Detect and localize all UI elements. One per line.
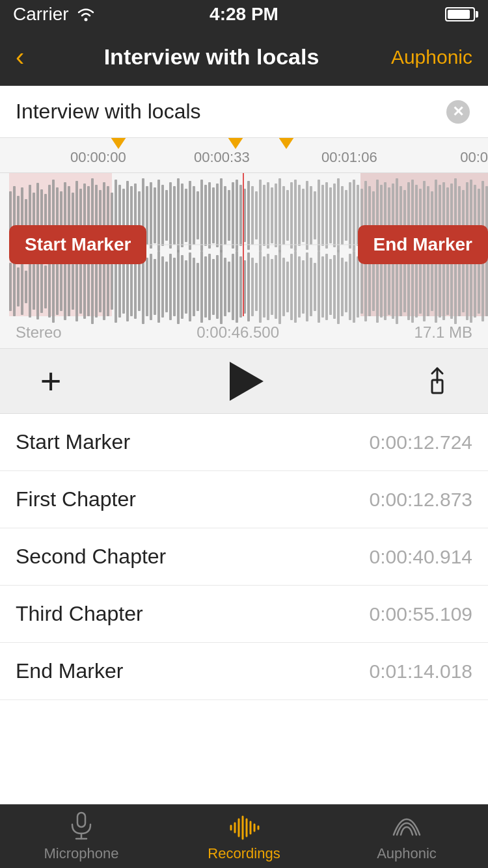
- marker-item-1[interactable]: First Chapter 0:00:12.873: [0, 471, 488, 528]
- chapter-arrow-2: [228, 138, 243, 149]
- play-button[interactable]: [224, 362, 264, 401]
- svg-rect-220: [380, 256, 383, 318]
- tab-auphonic[interactable]: Auphonic: [325, 811, 488, 862]
- svg-rect-131: [33, 264, 35, 310]
- svg-rect-210: [341, 258, 344, 316]
- tab-recordings[interactable]: Recordings: [163, 811, 325, 862]
- marker-item-3[interactable]: Third Chapter 0:00:55.109: [0, 586, 488, 643]
- status-bar: Carrier 4:28 PM: [0, 0, 488, 29]
- svg-rect-211: [345, 262, 347, 312]
- svg-rect-232: [427, 258, 429, 316]
- svg-rect-171: [189, 252, 191, 321]
- svg-rect-70: [278, 178, 281, 252]
- svg-rect-176: [208, 254, 211, 320]
- svg-rect-180: [224, 258, 226, 316]
- marker-item-2[interactable]: Second Chapter 0:00:40.914: [0, 528, 488, 586]
- svg-rect-86: [341, 186, 344, 245]
- svg-rect-202: [310, 258, 312, 316]
- svg-rect-141: [72, 264, 74, 310]
- timeline-label-2: 00:01:06: [321, 149, 377, 166]
- svg-rect-188: [255, 263, 258, 311]
- add-button[interactable]: +: [31, 362, 70, 401]
- marker-name-2: Second Chapter: [16, 545, 166, 569]
- svg-rect-52: [208, 182, 211, 249]
- svg-rect-140: [68, 258, 70, 316]
- svg-rect-87: [345, 190, 347, 241]
- back-button[interactable]: ‹: [16, 42, 55, 72]
- svg-rect-150: [107, 258, 109, 316]
- svg-rect-154: [122, 260, 125, 314]
- svg-rect-168: [177, 250, 180, 324]
- marker-name-4: End Marker: [16, 659, 123, 683]
- svg-rect-167: [173, 258, 176, 316]
- svg-rect-230: [419, 260, 422, 314]
- svg-rect-85: [337, 178, 340, 252]
- svg-rect-187: [251, 258, 254, 316]
- svg-rect-240: [458, 258, 461, 316]
- svg-rect-164: [161, 256, 164, 318]
- svg-rect-77: [306, 181, 308, 250]
- svg-rect-208: [333, 255, 336, 319]
- marker-name-1: First Chapter: [16, 487, 136, 511]
- svg-rect-56: [224, 186, 226, 245]
- svg-rect-189: [259, 251, 262, 323]
- svg-rect-209: [337, 250, 340, 324]
- auphonic-link[interactable]: Auphonic: [368, 46, 472, 68]
- svg-rect-179: [220, 250, 223, 324]
- marker-item-0[interactable]: Start Marker 0:00:12.724: [0, 414, 488, 471]
- svg-rect-135: [48, 256, 51, 318]
- stereo-label: Stereo: [16, 323, 62, 342]
- svg-rect-143: [79, 260, 82, 314]
- svg-rect-199: [298, 256, 301, 318]
- svg-rect-166: [169, 254, 172, 320]
- start-marker-label[interactable]: Start Marker: [9, 225, 146, 264]
- tab-microphone[interactable]: Microphone: [0, 811, 163, 862]
- svg-rect-206: [325, 254, 328, 320]
- waveform-area[interactable]: Start Marker End Marker: [0, 173, 488, 316]
- svg-rect-39: [157, 180, 160, 251]
- svg-rect-126: [13, 258, 16, 316]
- timeline-label-1: 00:00:33: [194, 149, 250, 166]
- play-icon: [230, 362, 264, 401]
- end-marker-label[interactable]: End Marker: [358, 225, 489, 264]
- svg-rect-225: [400, 258, 402, 316]
- nav-title: Interview with locals: [55, 44, 368, 70]
- clear-icon: ✕: [446, 100, 470, 124]
- svg-rect-217: [368, 258, 371, 316]
- svg-rect-250: [77, 813, 85, 827]
- svg-rect-190: [263, 256, 265, 318]
- svg-rect-172: [193, 258, 195, 316]
- recording-name-text: Interview with locals: [16, 100, 444, 124]
- svg-rect-194: [278, 250, 281, 324]
- svg-rect-81: [321, 185, 324, 246]
- marker-list: Start Marker 0:00:12.724 First Chapter 0…: [0, 414, 488, 700]
- svg-rect-193: [275, 255, 277, 319]
- share-button[interactable]: [418, 362, 457, 401]
- svg-rect-238: [450, 255, 453, 319]
- svg-rect-145: [87, 258, 90, 316]
- clear-button[interactable]: ✕: [444, 98, 472, 126]
- marker-item-4[interactable]: End Marker 0:01:14.018: [0, 643, 488, 700]
- controls-row: +: [0, 349, 488, 414]
- svg-rect-75: [298, 185, 301, 246]
- svg-rect-163: [157, 251, 160, 323]
- svg-rect-51: [204, 185, 207, 246]
- svg-rect-241: [462, 262, 465, 312]
- svg-rect-71: [282, 186, 285, 245]
- svg-rect-130: [29, 256, 31, 318]
- svg-point-0: [84, 18, 87, 21]
- size-label: 17.1 MB: [414, 323, 472, 342]
- svg-rect-191: [267, 254, 269, 320]
- timeline-label-3: 00:0: [460, 149, 488, 166]
- svg-rect-186: [247, 252, 250, 321]
- svg-rect-45: [181, 183, 183, 247]
- carrier-label: Carrier: [13, 4, 69, 25]
- marker-name-3: Third Chapter: [16, 602, 143, 626]
- svg-rect-170: [185, 260, 187, 314]
- svg-rect-55: [220, 178, 223, 252]
- svg-rect-229: [415, 256, 418, 318]
- share-icon: [420, 364, 454, 398]
- svg-rect-161: [150, 254, 152, 320]
- svg-rect-46: [185, 189, 187, 242]
- svg-rect-68: [271, 187, 273, 243]
